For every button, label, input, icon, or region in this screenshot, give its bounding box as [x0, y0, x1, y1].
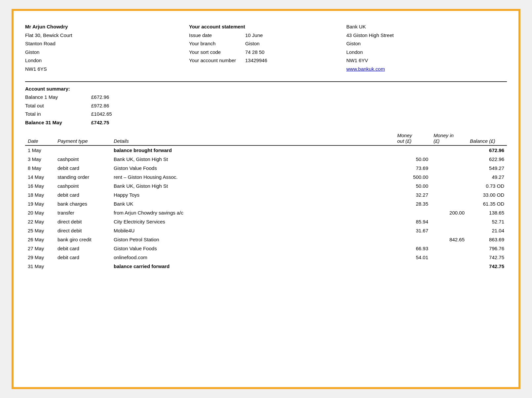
cell-date: 31 May — [25, 262, 55, 271]
cell-money-out: 32.27 — [395, 190, 431, 199]
table-row: 14 May standing order rent – Giston Hous… — [25, 173, 507, 181]
bank-address2: Giston — [346, 39, 507, 48]
cell-money-out: 54.01 — [395, 253, 431, 262]
summary-label-2: Total in — [25, 110, 91, 118]
cell-money-out — [395, 145, 431, 155]
summary-row-0: Balance 1 May £672.96 — [25, 93, 507, 101]
cell-money-out: 50.00 — [395, 155, 431, 164]
cell-balance: 61.35 OD — [467, 199, 507, 208]
branch-label: Your branch — [189, 39, 239, 48]
customer-address4: London — [25, 56, 186, 65]
cell-details: Giston Value Foods — [111, 164, 395, 173]
cell-balance: 21.04 — [467, 226, 507, 235]
transactions-table: Date Payment type Details Moneyout (£) M… — [25, 131, 507, 271]
th-type: Payment type — [55, 131, 111, 145]
statement-container: Mr Arjun Chowdry Flat 30, Bewick Court S… — [12, 9, 520, 389]
customer-address1: Flat 30, Bewick Court — [25, 31, 186, 40]
cell-type: direct debit — [55, 217, 111, 226]
cell-date: 1 May — [25, 145, 55, 155]
cell-details: Mobile4U — [111, 226, 395, 235]
cell-money-in — [431, 173, 467, 181]
cell-details: Bank UK — [111, 199, 395, 208]
cell-details: Giston Value Foods — [111, 244, 395, 253]
cell-money-out — [395, 235, 431, 244]
cell-money-in — [431, 217, 467, 226]
table-row: 16 May cashpoint Bank UK, Giston High St… — [25, 181, 507, 190]
cell-balance: 138.65 — [467, 208, 507, 217]
cell-money-in — [431, 226, 467, 235]
cell-type: debit card — [55, 164, 111, 173]
cell-date: 8 May — [25, 164, 55, 173]
cell-type: bank giro credit — [55, 235, 111, 244]
bank-address4: NW1 6YV — [346, 56, 507, 65]
cell-details: balance carried forward — [111, 262, 395, 271]
summary-label-1: Total out — [25, 101, 91, 110]
cell-money-in: 200.00 — [431, 208, 467, 217]
cell-type: transfer — [55, 208, 111, 217]
cell-balance: 742.75 — [467, 253, 507, 262]
table-header-row: Date Payment type Details Moneyout (£) M… — [25, 131, 507, 145]
table-row: 1 May balance brought forward 672.96 — [25, 145, 507, 155]
table-row: 8 May debit card Giston Value Foods 73.6… — [25, 164, 507, 173]
summary-value-3: £742.75 — [91, 118, 109, 127]
table-row: 29 May debit card onlinefood.com 54.01 7… — [25, 253, 507, 262]
accnum-value: 13429946 — [245, 56, 267, 65]
cell-date: 19 May — [25, 199, 55, 208]
table-row: 19 May bank charges Bank UK 28.35 61.35 … — [25, 199, 507, 208]
cell-details: rent – Giston Housing Assoc. — [111, 173, 395, 181]
cell-money-in — [431, 253, 467, 262]
bank-address3: London — [346, 48, 507, 57]
summary-value-1: £972.86 — [91, 101, 109, 110]
summary-row-3: Balance 31 May £742.75 — [25, 118, 507, 127]
table-row: 3 May cashpoint Bank UK, Giston High St … — [25, 155, 507, 164]
cell-date: 27 May — [25, 244, 55, 253]
cell-balance: 33.00 OD — [467, 190, 507, 199]
table-row: 18 May debit card Happy Toys 32.27 33.00… — [25, 190, 507, 199]
cell-type: standing order — [55, 173, 111, 181]
th-balance: Balance (£) — [467, 131, 507, 145]
sortcode-row: Your sort code 74 28 50 — [189, 48, 346, 57]
customer-address2: Stanton Road — [25, 39, 186, 48]
cell-balance: 0.73 OD — [467, 181, 507, 190]
cell-money-out — [395, 208, 431, 217]
cell-money-in — [431, 145, 467, 155]
cell-type: bank charges — [55, 199, 111, 208]
cell-type: cashpoint — [55, 181, 111, 190]
customer-address5: NW1 6YS — [25, 65, 186, 73]
th-details: Details — [111, 131, 395, 145]
cell-money-out: 73.69 — [395, 164, 431, 173]
summary-title: Account summary: — [25, 86, 507, 92]
cell-type: direct debit — [55, 226, 111, 235]
cell-date: 22 May — [25, 217, 55, 226]
cell-type: debit card — [55, 253, 111, 262]
cell-balance: 622.96 — [467, 155, 507, 164]
th-money-out: Moneyout (£) — [395, 131, 431, 145]
bank-website[interactable]: www.bankuk.com — [346, 65, 507, 73]
branch-value: Giston — [245, 39, 259, 48]
cell-money-out: 85.94 — [395, 217, 431, 226]
cell-money-out: 50.00 — [395, 181, 431, 190]
cell-money-in — [431, 164, 467, 173]
cell-money-in — [431, 190, 467, 199]
cell-details: from Arjun Chowdry savings a/c — [111, 208, 395, 217]
summary-row-1: Total out £972.86 — [25, 101, 507, 110]
cell-money-in — [431, 181, 467, 190]
cell-money-in — [431, 199, 467, 208]
issue-date-row: Issue date 10 June — [189, 31, 346, 40]
cell-balance: 796.76 — [467, 244, 507, 253]
cell-details: balance brought forward — [111, 145, 395, 155]
cell-money-out: 66.93 — [395, 244, 431, 253]
cell-type: cashpoint — [55, 155, 111, 164]
table-row: 27 May debit card Giston Value Foods 66.… — [25, 244, 507, 253]
cell-date: 25 May — [25, 226, 55, 235]
cell-balance: 49.27 — [467, 173, 507, 181]
cell-money-in — [431, 244, 467, 253]
th-date: Date — [25, 131, 55, 145]
bank-name: Bank UK — [346, 22, 507, 31]
header-divider — [25, 81, 507, 82]
cell-money-out: 28.35 — [395, 199, 431, 208]
summary-label-0: Balance 1 May — [25, 93, 91, 101]
bank-address: Bank UK 43 Giston High Street Giston Lon… — [346, 21, 507, 75]
cell-date: 14 May — [25, 173, 55, 181]
cell-money-out: 500.00 — [395, 173, 431, 181]
